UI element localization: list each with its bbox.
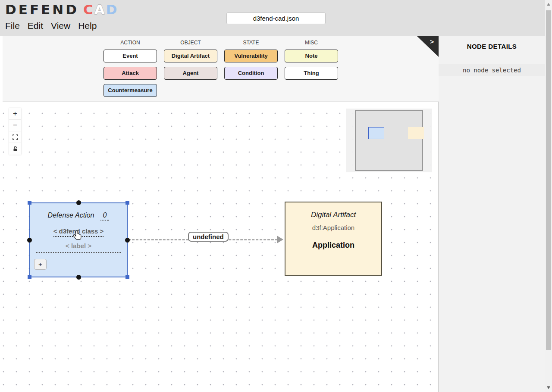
minus-icon: −	[13, 121, 17, 130]
edge-arrowhead-icon	[277, 236, 283, 243]
logo-letter-c: C	[83, 2, 94, 17]
node-label-field[interactable]: < label >	[36, 242, 121, 253]
edge-label[interactable]: undefined	[188, 232, 229, 242]
scrollbar-thumb[interactable]	[546, 10, 551, 350]
logo-defend-text: DEFEND	[5, 2, 79, 17]
port-top[interactable]	[76, 200, 81, 205]
node-palette: ACTION Event Attack Countermeasure OBJEC…	[3, 36, 439, 102]
minimap-node-digital-artifact	[408, 127, 424, 139]
palette-button-attack[interactable]: Attack	[104, 67, 157, 80]
node-defense-action[interactable]: Defense Action0 < d3fend class > < label…	[29, 202, 128, 277]
palette-group-label: STATE	[224, 40, 278, 46]
menu-edit[interactable]: Edit	[28, 21, 43, 31]
logo-cad-text: CAD	[83, 2, 119, 17]
palette-group-action: ACTION Event Attack Countermeasure	[104, 40, 157, 101]
port-bottom[interactable]	[76, 275, 81, 280]
node-details-panel: NODE DETAILS no node selected	[439, 36, 545, 392]
unlock-icon	[13, 146, 18, 152]
canvas-controls: + −	[9, 108, 21, 155]
details-panel-title: NODE DETAILS	[439, 43, 545, 50]
logo-letter-d: D	[106, 2, 119, 17]
vertical-scrollbar[interactable]	[545, 0, 552, 392]
lock-button[interactable]	[9, 143, 21, 155]
node-label: Application	[285, 241, 381, 250]
palette-group-label: ACTION	[104, 40, 157, 46]
app-logo: DEFENDCAD	[5, 2, 118, 17]
palette-group-misc: MISC Note Thing	[285, 40, 338, 84]
app-header: DEFENDCAD File Edit View Help	[0, 0, 545, 36]
resize-handle-bottom-left[interactable]	[28, 275, 31, 279]
palette-button-countermeasure[interactable]: Countermeasure	[104, 84, 157, 97]
palette-group-label: MISC	[285, 40, 338, 46]
palette-group-state: STATE Vulnerability Condition	[224, 40, 278, 84]
node-title: Digital Artifact	[285, 211, 381, 219]
plus-icon: +	[13, 109, 17, 118]
fit-view-icon	[13, 134, 18, 140]
chevron-right-icon: >	[430, 38, 434, 45]
node-d3fend-class: d3f:Application	[285, 224, 381, 231]
palette-button-agent[interactable]: Agent	[164, 67, 217, 80]
details-empty-message: no node selected	[439, 64, 545, 76]
resize-handle-top-left[interactable]	[28, 201, 31, 205]
palette-button-event[interactable]: Event	[104, 50, 157, 62]
node-label-placeholder: < label >	[66, 242, 91, 249]
palette-button-condition[interactable]: Condition	[224, 67, 278, 80]
palette-group-label: OBJECT	[164, 40, 217, 46]
add-attachment-button[interactable]: +	[34, 259, 47, 270]
menu-view[interactable]: View	[51, 21, 70, 31]
minimap-node-defense-action	[368, 127, 384, 139]
node-count-field[interactable]: 0	[100, 212, 110, 221]
port-left[interactable]	[27, 238, 32, 243]
resize-handle-top-right[interactable]	[125, 201, 129, 205]
filename-input[interactable]	[226, 12, 326, 24]
palette-button-thing[interactable]: Thing	[285, 67, 338, 80]
d3fend-class-field[interactable]: < d3fend class >	[53, 227, 104, 237]
zoom-in-button[interactable]: +	[9, 108, 21, 120]
logo-letter-a: A	[94, 2, 106, 17]
minimap[interactable]	[346, 109, 432, 172]
node-digital-artifact[interactable]: Digital Artifact d3f:Application Applica…	[285, 202, 382, 276]
fit-view-button[interactable]	[9, 131, 21, 143]
palette-button-vulnerability[interactable]: Vulnerability	[224, 50, 278, 62]
palette-group-object: OBJECT Digital Artifact Agent	[164, 40, 217, 84]
defend-cad-app: DEFENDCAD File Edit View Help ACTION Eve…	[0, 0, 552, 392]
zoom-out-button[interactable]: −	[9, 120, 21, 131]
port-right[interactable]	[125, 238, 130, 243]
node-title-row: Defense Action0	[30, 212, 127, 221]
resize-handle-bottom-right[interactable]	[125, 275, 129, 279]
palette-button-digital-artifact[interactable]: Digital Artifact	[164, 50, 217, 62]
minimap-viewport	[355, 110, 423, 171]
menu-file[interactable]: File	[5, 21, 20, 31]
diagram-canvas[interactable]: ACTION Event Attack Countermeasure OBJEC…	[0, 36, 439, 392]
menubar: File Edit View Help	[5, 21, 97, 31]
palette-button-note[interactable]: Note	[285, 50, 338, 62]
node-title: Defense Action	[48, 212, 94, 219]
scrollbar-up-arrow-icon[interactable]	[547, 3, 550, 6]
scrollbar-down-arrow-icon[interactable]	[547, 386, 550, 389]
menu-help[interactable]: Help	[78, 21, 97, 31]
